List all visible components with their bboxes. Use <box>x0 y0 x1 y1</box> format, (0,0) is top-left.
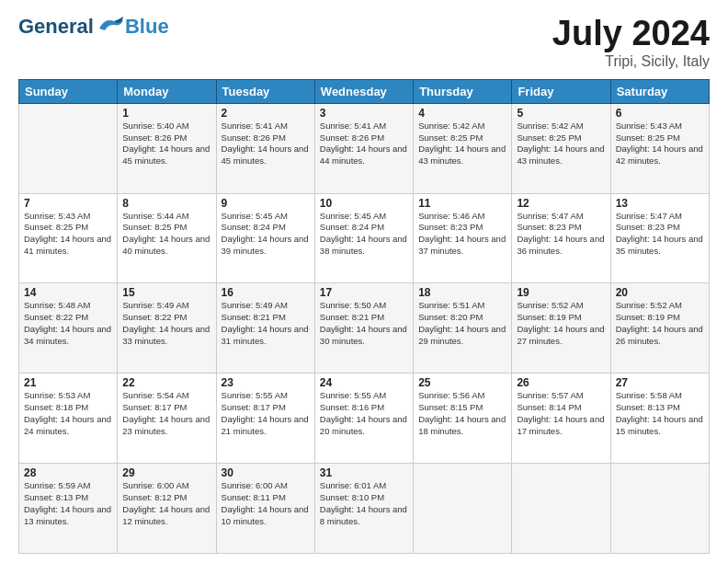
day-info: Sunrise: 5:42 AM Sunset: 8:25 PM Dayligh… <box>517 121 605 167</box>
day-info: Sunrise: 5:41 AM Sunset: 8:26 PM Dayligh… <box>320 121 408 167</box>
day-info: Sunrise: 5:50 AM Sunset: 8:21 PM Dayligh… <box>320 300 408 347</box>
calendar-week-row: 1Sunrise: 5:40 AM Sunset: 8:26 PM Daylig… <box>19 103 710 193</box>
day-info: Sunrise: 5:42 AM Sunset: 8:25 PM Dayligh… <box>418 121 506 167</box>
logo-bird-icon <box>96 16 125 36</box>
calendar-cell: 10Sunrise: 5:45 AM Sunset: 8:24 PM Dayli… <box>314 193 413 283</box>
day-number: 14 <box>24 286 112 299</box>
calendar-cell: 30Sunrise: 6:00 AM Sunset: 8:11 PM Dayli… <box>216 464 314 554</box>
day-number: 11 <box>418 197 506 210</box>
day-info: Sunrise: 5:45 AM Sunset: 8:24 PM Dayligh… <box>320 211 408 258</box>
calendar-cell: 5Sunrise: 5:42 AM Sunset: 8:25 PM Daylig… <box>512 103 610 193</box>
calendar-cell: 9Sunrise: 5:45 AM Sunset: 8:24 PM Daylig… <box>216 193 314 283</box>
calendar-cell <box>610 464 709 554</box>
day-number: 2 <box>222 107 310 120</box>
calendar-cell: 12Sunrise: 5:47 AM Sunset: 8:23 PM Dayli… <box>512 193 610 283</box>
day-number: 17 <box>320 286 408 299</box>
calendar-table: Sunday Monday Tuesday Wednesday Thursday… <box>18 79 710 554</box>
logo-general: General <box>18 15 94 39</box>
day-number: 5 <box>517 107 605 120</box>
calendar-cell: 6Sunrise: 5:43 AM Sunset: 8:25 PM Daylig… <box>610 103 709 193</box>
calendar-cell: 1Sunrise: 5:40 AM Sunset: 8:26 PM Daylig… <box>118 103 216 193</box>
day-number: 15 <box>122 286 210 299</box>
calendar-cell: 25Sunrise: 5:56 AM Sunset: 8:15 PM Dayli… <box>414 373 512 464</box>
calendar-cell: 23Sunrise: 5:55 AM Sunset: 8:17 PM Dayli… <box>216 373 314 464</box>
day-number: 6 <box>616 107 704 120</box>
calendar-week-row: 21Sunrise: 5:53 AM Sunset: 8:18 PM Dayli… <box>19 373 710 464</box>
day-number: 7 <box>24 197 112 210</box>
logo: General Blue <box>18 15 169 39</box>
day-number: 13 <box>616 197 704 210</box>
calendar-cell: 21Sunrise: 5:53 AM Sunset: 8:18 PM Dayli… <box>19 373 118 464</box>
day-info: Sunrise: 5:54 AM Sunset: 8:17 PM Dayligh… <box>122 390 210 437</box>
col-sunday: Sunday <box>19 79 118 103</box>
calendar-cell: 29Sunrise: 6:00 AM Sunset: 8:12 PM Dayli… <box>118 464 216 554</box>
day-info: Sunrise: 5:46 AM Sunset: 8:23 PM Dayligh… <box>418 211 506 258</box>
day-number: 26 <box>517 376 605 389</box>
day-info: Sunrise: 5:58 AM Sunset: 8:13 PM Dayligh… <box>616 390 704 437</box>
calendar-cell: 2Sunrise: 5:41 AM Sunset: 8:26 PM Daylig… <box>216 103 314 193</box>
calendar-cell: 18Sunrise: 5:51 AM Sunset: 8:20 PM Dayli… <box>414 283 512 373</box>
calendar-week-row: 14Sunrise: 5:48 AM Sunset: 8:22 PM Dayli… <box>19 283 710 373</box>
day-info: Sunrise: 5:59 AM Sunset: 8:13 PM Dayligh… <box>24 480 112 527</box>
day-info: Sunrise: 5:56 AM Sunset: 8:15 PM Dayligh… <box>418 390 506 437</box>
calendar-cell: 27Sunrise: 5:58 AM Sunset: 8:13 PM Dayli… <box>610 373 709 464</box>
day-number: 22 <box>122 376 210 389</box>
day-number: 4 <box>418 107 506 120</box>
header: General Blue July 2024 Tripi, Sicily, It… <box>18 15 710 70</box>
calendar-cell <box>414 464 512 554</box>
calendar-week-row: 7Sunrise: 5:43 AM Sunset: 8:25 PM Daylig… <box>19 193 710 283</box>
day-number: 29 <box>122 466 210 479</box>
calendar-cell: 17Sunrise: 5:50 AM Sunset: 8:21 PM Dayli… <box>314 283 413 373</box>
calendar-cell: 13Sunrise: 5:47 AM Sunset: 8:23 PM Dayli… <box>610 193 709 283</box>
day-number: 24 <box>320 376 408 389</box>
day-number: 3 <box>320 107 408 120</box>
calendar-cell: 22Sunrise: 5:54 AM Sunset: 8:17 PM Dayli… <box>118 373 216 464</box>
day-number: 25 <box>418 376 506 389</box>
day-info: Sunrise: 5:49 AM Sunset: 8:22 PM Dayligh… <box>122 300 210 347</box>
day-info: Sunrise: 5:52 AM Sunset: 8:19 PM Dayligh… <box>616 300 704 347</box>
calendar-cell <box>19 103 118 193</box>
calendar-cell: 14Sunrise: 5:48 AM Sunset: 8:22 PM Dayli… <box>19 283 118 373</box>
calendar-cell: 16Sunrise: 5:49 AM Sunset: 8:21 PM Dayli… <box>216 283 314 373</box>
col-monday: Monday <box>118 79 216 103</box>
day-info: Sunrise: 5:43 AM Sunset: 8:25 PM Dayligh… <box>616 121 704 167</box>
col-wednesday: Wednesday <box>314 79 413 103</box>
title-block: July 2024 Tripi, Sicily, Italy <box>552 15 710 70</box>
day-info: Sunrise: 5:51 AM Sunset: 8:20 PM Dayligh… <box>418 300 506 347</box>
day-info: Sunrise: 5:57 AM Sunset: 8:14 PM Dayligh… <box>517 390 605 437</box>
day-number: 8 <box>122 197 210 210</box>
day-number: 19 <box>517 286 605 299</box>
calendar-cell: 3Sunrise: 5:41 AM Sunset: 8:26 PM Daylig… <box>314 103 413 193</box>
day-info: Sunrise: 5:41 AM Sunset: 8:26 PM Dayligh… <box>222 121 310 167</box>
day-info: Sunrise: 5:52 AM Sunset: 8:19 PM Dayligh… <box>517 300 605 347</box>
day-number: 10 <box>320 197 408 210</box>
day-number: 12 <box>517 197 605 210</box>
calendar-cell: 26Sunrise: 5:57 AM Sunset: 8:14 PM Dayli… <box>512 373 610 464</box>
day-info: Sunrise: 6:01 AM Sunset: 8:10 PM Dayligh… <box>320 480 408 527</box>
day-number: 27 <box>616 376 704 389</box>
calendar-cell: 20Sunrise: 5:52 AM Sunset: 8:19 PM Dayli… <box>610 283 709 373</box>
day-info: Sunrise: 5:40 AM Sunset: 8:26 PM Dayligh… <box>122 121 210 167</box>
day-info: Sunrise: 5:47 AM Sunset: 8:23 PM Dayligh… <box>616 211 704 258</box>
day-info: Sunrise: 5:53 AM Sunset: 8:18 PM Dayligh… <box>24 390 112 437</box>
day-number: 31 <box>320 466 408 479</box>
day-number: 16 <box>222 286 310 299</box>
day-number: 28 <box>24 466 112 479</box>
logo-blue: Blue <box>125 15 169 39</box>
day-info: Sunrise: 6:00 AM Sunset: 8:11 PM Dayligh… <box>222 480 310 527</box>
col-thursday: Thursday <box>414 79 512 103</box>
day-info: Sunrise: 6:00 AM Sunset: 8:12 PM Dayligh… <box>122 480 210 527</box>
day-info: Sunrise: 5:48 AM Sunset: 8:22 PM Dayligh… <box>24 300 112 347</box>
day-info: Sunrise: 5:45 AM Sunset: 8:24 PM Dayligh… <box>222 211 310 258</box>
day-number: 20 <box>616 286 704 299</box>
page: General Blue July 2024 Tripi, Sicily, It… <box>0 0 728 563</box>
calendar-cell: 24Sunrise: 5:55 AM Sunset: 8:16 PM Dayli… <box>314 373 413 464</box>
col-friday: Friday <box>512 79 610 103</box>
calendar-cell: 8Sunrise: 5:44 AM Sunset: 8:25 PM Daylig… <box>118 193 216 283</box>
calendar-header-row: Sunday Monday Tuesday Wednesday Thursday… <box>19 79 710 103</box>
day-number: 1 <box>122 107 210 120</box>
calendar-cell: 28Sunrise: 5:59 AM Sunset: 8:13 PM Dayli… <box>19 464 118 554</box>
col-tuesday: Tuesday <box>216 79 314 103</box>
day-info: Sunrise: 5:44 AM Sunset: 8:25 PM Dayligh… <box>122 211 210 258</box>
location: Tripi, Sicily, Italy <box>552 53 710 70</box>
